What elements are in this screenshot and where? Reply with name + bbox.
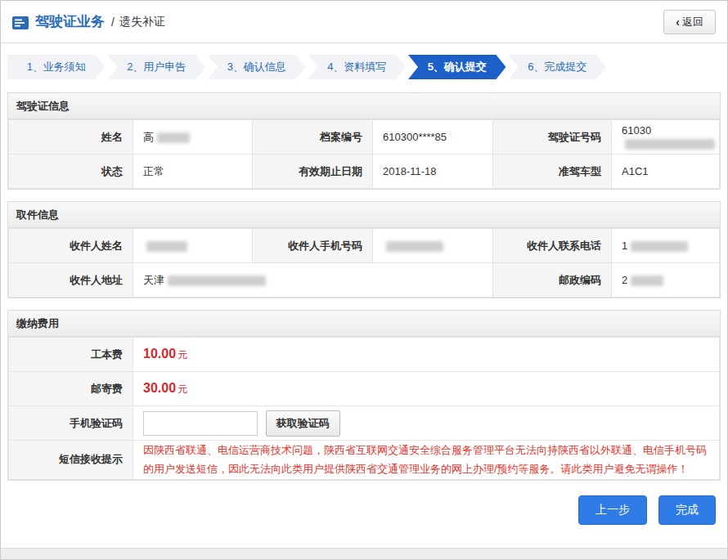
title-separator: / <box>111 16 115 29</box>
license-info-section: 驾驶证信息 姓名 高 档案编号 610300****85 驾驶证号码 61030… <box>7 92 721 190</box>
page-subtitle: 遗失补证 <box>119 15 165 29</box>
pickup-section-title: 取件信息 <box>8 202 720 228</box>
recipient-address-label: 收件人地址 <box>9 263 133 298</box>
sms-notice-text: 因陕西省联通、电信运营商技术问题，陕西省互联网交通安全综合服务管理平台无法向持陕… <box>143 441 709 479</box>
step-3-confirm-info[interactable]: 3、确认信息 <box>208 55 306 79</box>
table-row: 邮寄费 30.00元 <box>9 372 720 406</box>
table-row: 短信接收提示 因陕西省联通、电信运营商技术问题，陕西省互联网交通安全综合服务管理… <box>9 441 720 480</box>
redacted-text <box>168 276 266 286</box>
table-row: 姓名 高 档案编号 610300****85 驾驶证号码 61030 <box>9 120 720 155</box>
id-card-icon <box>12 16 29 29</box>
work-fee-unit: 元 <box>178 349 187 361</box>
back-chevron-icon: ‹ <box>676 16 680 29</box>
file-number-label: 档案编号 <box>253 120 373 155</box>
recipient-mobile-label: 收件人手机号码 <box>253 229 373 263</box>
step-1-notice[interactable]: 1、业务须知 <box>7 55 106 79</box>
zip-code-value: 2 <box>612 263 720 298</box>
status-label: 状态 <box>9 155 133 189</box>
recipient-mobile-value <box>373 229 493 263</box>
step-6-finish-submit[interactable]: 6、完成提交 <box>509 55 607 79</box>
fees-table: 工本费 10.00元 邮寄费 30.00元 手机验证码 获取验证码 短信接收提 <box>8 337 720 480</box>
redacted-text <box>631 276 663 286</box>
recipient-tel-value: 1 <box>612 229 720 263</box>
captcha-input[interactable] <box>143 411 258 436</box>
previous-step-button[interactable]: 上一步 <box>578 495 647 525</box>
redacted-text <box>386 241 443 252</box>
vehicle-class-label: 准驾车型 <box>493 155 612 189</box>
step-2-declare[interactable]: 2、用户申告 <box>108 55 206 79</box>
redacted-text <box>146 241 187 252</box>
work-fee-amount: 10.00 <box>143 347 176 361</box>
pickup-info-table: 收件人姓名 收件人手机号码 收件人联系电话 1 收件人地址 天津 邮政编码 2 <box>8 228 720 298</box>
expiry-value: 2018-11-18 <box>373 155 493 189</box>
footer-strip <box>1 548 727 559</box>
redacted-text <box>631 241 688 252</box>
license-number-value: 61030 <box>612 120 720 155</box>
table-row: 工本费 10.00元 <box>9 338 720 372</box>
work-fee-value: 10.00元 <box>133 338 720 372</box>
captcha-cell: 获取验证码 <box>133 406 720 441</box>
table-row: 收件人地址 天津 邮政编码 2 <box>9 263 720 298</box>
mail-fee-label: 邮寄费 <box>9 372 133 406</box>
license-section-title: 驾驶证信息 <box>8 93 720 119</box>
fees-section: 缴纳费用 工本费 10.00元 邮寄费 30.00元 手机验证码 获取验证码 <box>7 310 721 481</box>
name-label: 姓名 <box>9 120 133 155</box>
sms-notice-cell: 因陕西省联通、电信运营商技术问题，陕西省互联网交通安全综合服务管理平台无法向持陕… <box>133 441 720 480</box>
recipient-address-value: 天津 <box>133 263 493 298</box>
redacted-text <box>625 139 715 150</box>
license-number-label: 驾驶证号码 <box>493 120 612 155</box>
table-row: 手机验证码 获取验证码 <box>9 406 720 441</box>
step-5-confirm-submit[interactable]: 5、确认提交 <box>408 55 506 79</box>
license-info-table: 姓名 高 档案编号 610300****85 驾驶证号码 61030 状态 正常… <box>8 119 720 189</box>
page-header: 驾驶证业务 / 遗失补证 ‹ 返回 <box>1 1 727 43</box>
expiry-label: 有效期止日期 <box>253 155 373 189</box>
captcha-label: 手机验证码 <box>9 406 133 441</box>
file-number-value: 610300****85 <box>373 120 493 155</box>
fees-section-title: 缴纳费用 <box>8 311 720 337</box>
redacted-text <box>157 132 190 143</box>
recipient-name-value <box>133 229 253 263</box>
back-button[interactable]: ‹ 返回 <box>663 10 716 34</box>
mail-fee-unit: 元 <box>178 383 187 395</box>
recipient-name-label: 收件人姓名 <box>9 229 133 263</box>
recipient-tel-label: 收件人联系电话 <box>493 229 612 263</box>
table-row: 收件人姓名 收件人手机号码 收件人联系电话 1 <box>9 229 720 263</box>
mail-fee-amount: 30.00 <box>143 381 176 395</box>
vehicle-class-value: A1C1 <box>612 155 720 189</box>
step-4-fill-data[interactable]: 4、资料填写 <box>308 55 407 79</box>
zip-code-label: 邮政编码 <box>493 263 612 298</box>
table-row: 状态 正常 有效期止日期 2018-11-18 准驾车型 A1C1 <box>9 155 720 189</box>
work-fee-label: 工本费 <box>9 338 133 372</box>
page: 驾驶证业务 / 遗失补证 ‹ 返回 1、业务须知 2、用户申告 3、确认信息 4… <box>0 0 728 560</box>
sms-notice-label: 短信接收提示 <box>9 441 133 480</box>
bottom-actions: 上一步 完成 <box>12 495 716 525</box>
page-title: 驾驶证业务 <box>35 12 105 31</box>
pickup-info-section: 取件信息 收件人姓名 收件人手机号码 收件人联系电话 1 收件人地址 天津 邮政… <box>7 201 721 298</box>
step-breadcrumb: 1、业务须知 2、用户申告 3、确认信息 4、资料填写 5、确认提交 6、完成提… <box>7 55 606 79</box>
mail-fee-value: 30.00元 <box>133 372 720 406</box>
name-value: 高 <box>133 120 253 155</box>
back-button-label: 返回 <box>682 15 703 29</box>
status-value: 正常 <box>133 155 253 189</box>
finish-button[interactable]: 完成 <box>658 495 716 525</box>
get-captcha-button[interactable]: 获取验证码 <box>266 410 340 437</box>
